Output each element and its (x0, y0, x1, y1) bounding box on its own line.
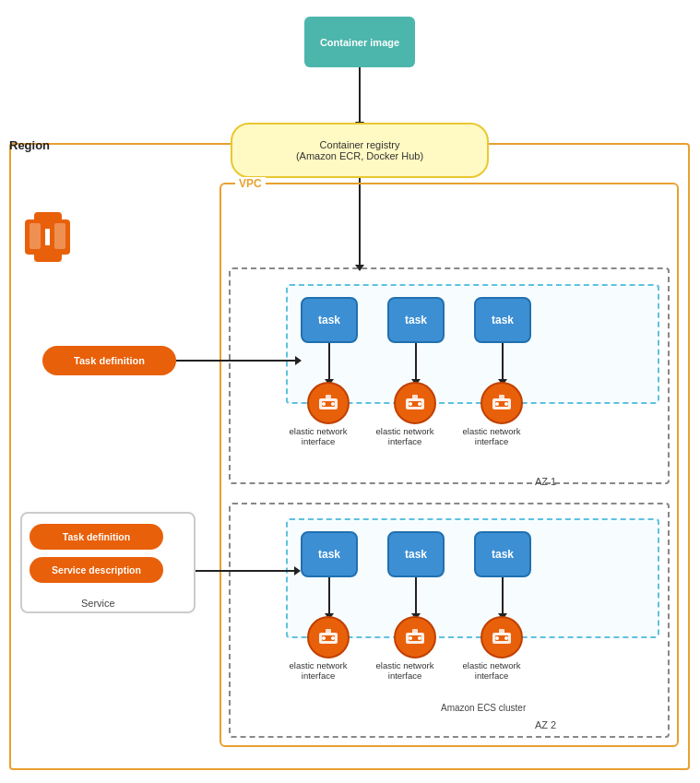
svg-rect-35 (499, 629, 504, 634)
eni-label-az2-2: elastic networkinterface (373, 660, 437, 681)
task-definition-label: Task definition (74, 355, 145, 366)
svg-point-8 (322, 402, 326, 406)
container-registry-box: Container registry(Amazon ECR, Docker Hu… (231, 123, 489, 178)
task-definition-button[interactable]: Task definition (42, 346, 176, 375)
az1-label: AZ 1 (535, 476, 556, 487)
eni-label-az1-1: elastic networkinterface (286, 426, 350, 446)
task-label-az1-3: task (492, 314, 514, 326)
svg-rect-5 (54, 223, 65, 249)
arrow-task1-eni-az2-1 (328, 577, 330, 614)
task-label-az1-1: task (318, 314, 340, 326)
service-task-definition[interactable]: Task definition (30, 524, 163, 550)
svg-rect-4 (30, 223, 41, 249)
service-description[interactable]: Service description (30, 557, 163, 583)
eni-az1-2 (394, 382, 436, 424)
svg-rect-10 (326, 395, 331, 399)
eni-az2-2 (394, 616, 436, 658)
az2-label: AZ 2 (535, 719, 556, 730)
eni-az2-1 (307, 616, 350, 658)
task-label-az2-2: task (405, 548, 427, 561)
svg-rect-25 (326, 629, 331, 634)
svg-point-34 (504, 636, 508, 640)
eni-label-az1-2: elastic networkinterface (373, 426, 437, 446)
ecs-cluster-label: Amazon ECS cluster (441, 703, 526, 713)
task-label-az2-1: task (318, 548, 340, 561)
svg-point-19 (504, 402, 508, 406)
svg-point-33 (495, 636, 499, 640)
eni-label-az2-3: elastic networkinterface (459, 660, 524, 681)
task-az1-2: task (387, 297, 445, 343)
svg-rect-15 (412, 395, 418, 399)
svg-point-13 (409, 402, 412, 406)
svg-rect-30 (412, 629, 418, 634)
task-az2-1: task (301, 531, 358, 577)
container-registry-label: Container registry(Amazon ECR, Docker Hu… (296, 139, 423, 161)
eni-label-az2-1: elastic networkinterface (286, 660, 350, 681)
svg-rect-20 (499, 395, 504, 399)
task-az1-3: task (474, 297, 531, 343)
eni-az1-1 (307, 382, 350, 424)
arrow-task3-eni3 (502, 343, 504, 380)
eni-az1-3 (481, 382, 523, 424)
svg-point-14 (418, 402, 421, 406)
arrow-task2-eni2 (415, 343, 417, 380)
task-az2-2: task (387, 531, 445, 577)
region-label: Region (9, 138, 50, 152)
task-az1-1: task (301, 297, 358, 343)
svg-point-23 (322, 636, 326, 640)
svg-point-18 (495, 402, 499, 406)
svg-point-29 (418, 636, 421, 640)
container-image-box: Container image (304, 17, 415, 67)
eni-label-az1-3: elastic networkinterface (459, 426, 524, 446)
task-az2-3: task (474, 531, 531, 577)
arrow-task3-eni-az2-3 (502, 577, 504, 614)
svg-point-28 (409, 636, 412, 640)
svg-point-9 (331, 402, 335, 406)
arrow-container-to-registry (359, 67, 361, 123)
arrow-task1-eni1 (328, 343, 330, 380)
container-image-label: Container image (320, 37, 399, 48)
task-label-az1-2: task (405, 314, 427, 326)
vpc-label: VPC (235, 177, 266, 190)
service-label: Service (81, 598, 115, 609)
svg-point-24 (331, 636, 335, 640)
task-label-az2-3: task (492, 548, 514, 561)
service-task-def-label: Task definition (63, 531, 130, 542)
arrow-taskdef-to-az1 (176, 360, 296, 362)
eni-az2-3 (481, 616, 523, 658)
aws-icon (20, 212, 76, 263)
arrow-service-to-az2 (196, 570, 295, 572)
service-description-label: Service description (52, 564, 141, 575)
arrow-task2-eni-az2-2 (415, 577, 417, 614)
